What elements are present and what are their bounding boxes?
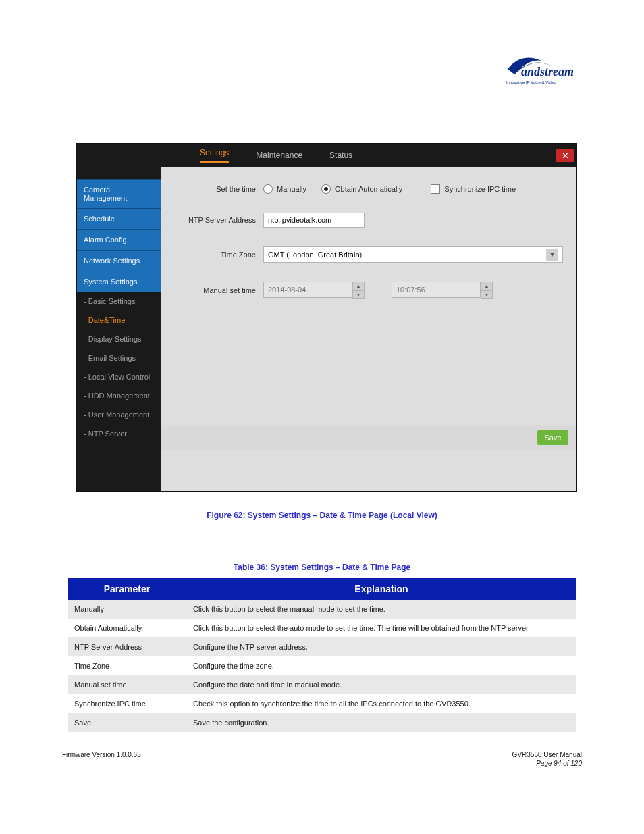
td-param: Synchronize IPC time bbox=[68, 694, 186, 713]
row-ntp: NTP Server Address: bbox=[166, 213, 563, 228]
sidebar-sub-user-management[interactable]: - User Management bbox=[77, 405, 161, 424]
figure-caption-text: Figure 62: System Settings – Date & Time… bbox=[207, 511, 437, 520]
table-title-text: Table 36: System Settings – Date & Time … bbox=[234, 563, 410, 572]
td-expl: Configure the date and time in manual mo… bbox=[186, 675, 576, 694]
td-param: Save bbox=[68, 713, 186, 732]
sidebar-item-network-settings[interactable]: Network Settings bbox=[77, 250, 161, 271]
spinner-time-up-icon[interactable]: ▲ bbox=[481, 282, 493, 290]
select-timezone-value: GMT (London, Great Britain) bbox=[268, 251, 362, 259]
sidebar-sub-ntp-server[interactable]: - NTP Server bbox=[77, 424, 161, 443]
chevron-down-icon: ▼ bbox=[546, 249, 558, 261]
sidebar-sub-local-view-control[interactable]: - Local View Control bbox=[77, 367, 161, 386]
footer-firmware: Firmware Version 1.0.0.65 bbox=[62, 751, 141, 758]
sidebar-sub-date-time[interactable]: - Date&Time bbox=[77, 311, 161, 330]
table-row: Manually Click this button to select the… bbox=[68, 600, 576, 619]
sidebar-item-alarm-config[interactable]: Alarm Config bbox=[77, 229, 161, 250]
radio-manually[interactable] bbox=[263, 184, 273, 194]
sidebar-item-system-settings[interactable]: System Settings bbox=[77, 271, 161, 292]
label-set-time: Set the time: bbox=[166, 185, 258, 193]
td-expl: Configure the NTP server address. bbox=[186, 637, 576, 656]
content-panel: Set the time: Manually Obtain Automatica… bbox=[161, 167, 576, 491]
topbar: Settings Maintenance Status ✕ bbox=[77, 144, 576, 167]
td-param: Time Zone bbox=[68, 656, 186, 675]
label-ntp: NTP Server Address: bbox=[166, 216, 258, 224]
table-row: Synchronize IPC time Check this option t… bbox=[68, 694, 576, 713]
row-timezone: Time Zone: GMT (London, Great Britain) ▼ bbox=[166, 246, 563, 263]
spinner-time-down-icon[interactable]: ▼ bbox=[481, 290, 493, 299]
sidebar: Camera Management Schedule Alarm Config … bbox=[77, 167, 161, 491]
table-row: Time Zone Configure the time zone. bbox=[68, 656, 576, 675]
label-manual-set: Manual set time: bbox=[166, 286, 258, 294]
parameter-table: Parameter Explanation Manually Click thi… bbox=[68, 578, 576, 732]
topbar-spacer bbox=[77, 144, 178, 167]
th-parameter: Parameter bbox=[68, 578, 186, 600]
th-explanation: Explanation bbox=[186, 578, 576, 600]
radio-manually-label[interactable]: Manually bbox=[277, 185, 306, 193]
td-expl: Configure the time zone. bbox=[186, 656, 576, 675]
table-row: Save Save the configuration. bbox=[68, 713, 576, 732]
spinner-date[interactable]: 2014-08-04 ▲ ▼ bbox=[263, 282, 365, 299]
sidebar-sub-display-settings[interactable]: - Display Settings bbox=[77, 330, 161, 348]
tab-status[interactable]: Status bbox=[329, 151, 352, 160]
table-row: Manual set time Configure the date and t… bbox=[68, 675, 576, 694]
table-header: Parameter Explanation bbox=[68, 578, 576, 600]
row-manual-set: Manual set time: 2014-08-04 ▲ ▼ 10:07:56… bbox=[166, 282, 563, 299]
td-expl: Check this option to synchronize the tim… bbox=[186, 694, 576, 713]
brand-logo: andstream Innovative IP Voice & Video bbox=[501, 49, 582, 96]
row-set-time: Set the time: Manually Obtain Automatica… bbox=[166, 184, 563, 194]
footer-divider bbox=[62, 746, 582, 746]
select-timezone[interactable]: GMT (London, Great Britain) ▼ bbox=[263, 246, 563, 263]
sidebar-sub-email-settings[interactable]: - Email Settings bbox=[77, 348, 161, 367]
svg-text:Innovative IP Voice & Video: Innovative IP Voice & Video bbox=[506, 80, 556, 84]
close-icon: ✕ bbox=[562, 151, 569, 161]
checkbox-sync-ipc[interactable] bbox=[431, 184, 440, 194]
figure-caption: Figure 62: System Settings – Date & Time… bbox=[0, 509, 644, 521]
table-row: Obtain Automatically Click this button t… bbox=[68, 619, 576, 637]
td-param: Obtain Automatically bbox=[68, 619, 186, 637]
spinner-time-value[interactable]: 10:07:56 bbox=[392, 282, 481, 298]
td-expl: Save the configuration. bbox=[186, 713, 576, 732]
input-ntp-server[interactable] bbox=[263, 213, 365, 228]
spinner-date-down-icon[interactable]: ▼ bbox=[352, 290, 365, 299]
td-expl: Click this button to select the auto mod… bbox=[186, 619, 576, 637]
table-title: Table 36: System Settings – Date & Time … bbox=[0, 561, 644, 573]
form-footer: Save bbox=[161, 425, 576, 450]
sidebar-item-schedule[interactable]: Schedule bbox=[77, 208, 161, 229]
tab-strip: Settings Maintenance Status bbox=[178, 144, 352, 167]
radio-obtain-auto[interactable] bbox=[321, 184, 331, 194]
spinner-date-value[interactable]: 2014-08-04 bbox=[263, 282, 352, 298]
footer-manual: GVR3550 User Manual bbox=[512, 751, 582, 758]
settings-window: Settings Maintenance Status ✕ Camera Man… bbox=[76, 143, 577, 492]
sidebar-sub-hdd-management[interactable]: - HDD Management bbox=[77, 386, 161, 405]
footer-page: Page 94 of 120 bbox=[536, 760, 582, 767]
close-button[interactable]: ✕ bbox=[556, 149, 574, 162]
svg-text:andstream: andstream bbox=[521, 65, 574, 78]
spinner-date-up-icon[interactable]: ▲ bbox=[352, 282, 365, 290]
sidebar-sub-basic-settings[interactable]: - Basic Settings bbox=[77, 292, 161, 311]
save-button[interactable]: Save bbox=[537, 430, 568, 445]
table-row: NTP Server Address Configure the NTP ser… bbox=[68, 637, 576, 656]
td-param: NTP Server Address bbox=[68, 637, 186, 656]
sidebar-item-camera-management[interactable]: Camera Management bbox=[77, 179, 161, 208]
radio-obtain-auto-label[interactable]: Obtain Automatically bbox=[335, 185, 402, 193]
td-param: Manually bbox=[68, 600, 186, 619]
label-timezone: Time Zone: bbox=[166, 251, 258, 259]
tab-settings[interactable]: Settings bbox=[200, 148, 229, 163]
tab-maintenance[interactable]: Maintenance bbox=[256, 151, 302, 160]
td-expl: Click this button to select the manual m… bbox=[186, 600, 576, 619]
spinner-time[interactable]: 10:07:56 ▲ ▼ bbox=[392, 282, 493, 299]
checkbox-sync-ipc-label[interactable]: Synchronize IPC time bbox=[444, 185, 516, 193]
td-param: Manual set time bbox=[68, 675, 186, 694]
